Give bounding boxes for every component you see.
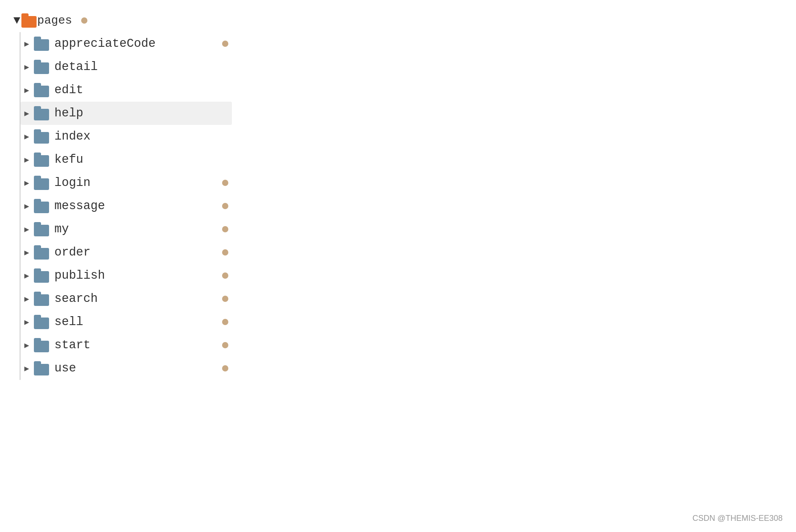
item-name: use xyxy=(54,362,213,375)
item-name: help xyxy=(54,107,213,120)
tree-item[interactable]: ▶use xyxy=(21,357,232,380)
item-arrow[interactable]: ▶ xyxy=(21,247,33,257)
tree-item[interactable]: ▶my xyxy=(21,218,232,241)
item-name: message xyxy=(54,199,213,213)
item-arrow[interactable]: ▶ xyxy=(21,271,33,280)
root-name: pages xyxy=(37,14,72,27)
item-name: publish xyxy=(54,269,213,282)
root-arrow[interactable]: ▼ xyxy=(13,14,21,27)
folder-icon xyxy=(33,223,50,236)
tree-item[interactable]: ▶login xyxy=(21,171,232,194)
folder-icon xyxy=(33,176,50,190)
tree-item[interactable]: ▶message xyxy=(21,194,232,218)
item-arrow[interactable]: ▶ xyxy=(21,363,33,373)
item-arrow[interactable]: ▶ xyxy=(21,62,33,72)
folder-icon xyxy=(33,269,50,282)
item-name: start xyxy=(54,338,213,352)
tree-item[interactable]: ▶publish xyxy=(21,264,232,287)
folder-icon xyxy=(33,362,50,375)
item-dot xyxy=(222,342,228,348)
item-arrow[interactable]: ▶ xyxy=(21,317,33,327)
item-dot xyxy=(222,249,228,256)
folder-icon xyxy=(33,130,50,143)
item-arrow[interactable]: ▶ xyxy=(21,39,33,49)
folder-icon xyxy=(33,37,50,50)
item-dot xyxy=(222,296,228,302)
item-arrow[interactable]: ▶ xyxy=(21,340,33,350)
tree-item[interactable]: ▶appreciateCode xyxy=(21,32,232,55)
folder-icon xyxy=(33,246,50,259)
item-name: edit xyxy=(54,83,213,97)
watermark-text: CSDN @THEMIS-EE308 xyxy=(693,514,783,523)
root-dot xyxy=(81,17,87,24)
item-arrow[interactable]: ▶ xyxy=(21,201,33,211)
item-name: index xyxy=(54,130,213,143)
item-arrow[interactable]: ▶ xyxy=(21,108,33,118)
tree-item[interactable]: ▶detail xyxy=(21,55,232,78)
tree-children: ▶appreciateCode▶detail▶edit▶help▶index▶k… xyxy=(20,32,232,380)
tree-item[interactable]: ▶edit xyxy=(21,78,232,102)
tree-item[interactable]: ▶start xyxy=(21,334,232,357)
item-name: search xyxy=(54,292,213,305)
item-name: detail xyxy=(54,60,213,74)
item-dot xyxy=(222,365,228,371)
item-name: sell xyxy=(54,315,213,329)
tree-item[interactable]: ▶sell xyxy=(21,310,232,334)
folder-icon xyxy=(33,338,50,352)
tree-item[interactable]: ▶help xyxy=(21,102,232,125)
item-name: kefu xyxy=(54,153,213,166)
item-name: appreciateCode xyxy=(54,37,213,50)
item-name: order xyxy=(54,246,213,259)
item-name: my xyxy=(54,223,213,236)
item-dot xyxy=(222,319,228,325)
item-dot xyxy=(222,180,228,186)
item-arrow[interactable]: ▶ xyxy=(21,132,33,141)
item-arrow[interactable]: ▶ xyxy=(21,155,33,165)
folder-icon xyxy=(33,153,50,166)
tree-item[interactable]: ▶search xyxy=(21,287,232,310)
folder-icon xyxy=(33,60,50,74)
item-dot xyxy=(222,203,228,209)
folder-icon xyxy=(33,107,50,120)
item-arrow[interactable]: ▶ xyxy=(21,178,33,188)
item-name: login xyxy=(54,176,213,190)
item-dot xyxy=(222,226,228,232)
folder-icon xyxy=(33,83,50,97)
root-folder-icon xyxy=(21,13,37,28)
folder-icon xyxy=(33,199,50,213)
folder-icon xyxy=(33,292,50,305)
tree-item[interactable]: ▶index xyxy=(21,125,232,148)
folder-icon xyxy=(33,315,50,329)
tree-root-row[interactable]: ▼ pages xyxy=(13,9,232,32)
item-dot xyxy=(222,41,228,47)
item-arrow[interactable]: ▶ xyxy=(21,85,33,95)
tree-item[interactable]: ▶kefu xyxy=(21,148,232,171)
item-dot xyxy=(222,272,228,279)
tree-item[interactable]: ▶order xyxy=(21,241,232,264)
item-arrow[interactable]: ▶ xyxy=(21,294,33,304)
file-tree: ▼ pages ▶appreciateCode▶detail▶edit▶help… xyxy=(0,0,232,389)
item-arrow[interactable]: ▶ xyxy=(21,224,33,234)
